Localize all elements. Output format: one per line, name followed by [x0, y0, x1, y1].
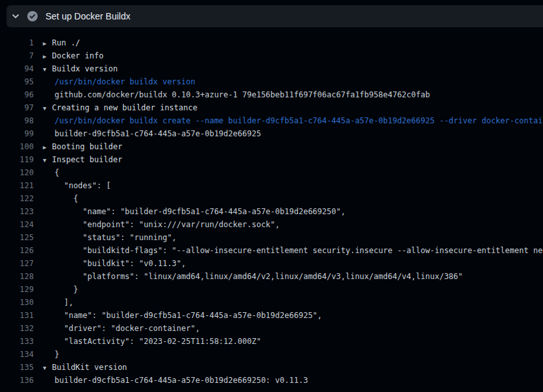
log-output-text: builder-d9cfb5a1-c764-445a-a57e-0b19d2e6… [55, 129, 261, 138]
chevron-down-icon[interactable]: ▼ [43, 361, 52, 374]
log-group-header[interactable]: ▶Run ./ [34, 36, 80, 49]
line-number[interactable]: 99 [0, 127, 34, 140]
chevron-down-icon[interactable] [10, 11, 21, 21]
log-line-content: "buildkitd-flags": "--allow-insecure-ent… [34, 244, 543, 257]
log-line-content: "status": "running", [34, 231, 177, 244]
log-group-header[interactable]: ▶Docker info [34, 49, 103, 62]
log-output-text: github.com/docker/buildx 0.10.3+azure-1 … [55, 90, 430, 99]
log-line-content: /usr/bin/docker buildx create --name bui… [34, 114, 543, 127]
line-number[interactable]: 121 [0, 179, 34, 192]
log-line: 135▼BuildKit version [0, 361, 543, 374]
log-line-content: } [34, 283, 78, 296]
log-output-text: { [55, 168, 59, 177]
log-output-text: "nodes": [ [55, 181, 111, 190]
line-number[interactable]: 1 [0, 36, 34, 49]
log-line: 120{ [0, 166, 543, 179]
line-number[interactable]: 123 [0, 205, 34, 218]
log-command-text: /usr/bin/docker buildx create --name bui… [55, 116, 543, 125]
line-number[interactable]: 96 [0, 88, 34, 101]
chevron-right-icon[interactable]: ▶ [43, 37, 52, 50]
log-output-text: "lastActivity": "2023-02-25T11:58:12.000… [55, 337, 261, 346]
line-number[interactable]: 129 [0, 283, 34, 296]
log-line: 119▼Inspect builder [0, 153, 543, 166]
log-group-header[interactable]: ▼Creating a new builder instance [34, 101, 197, 114]
log-line: 129 } [0, 283, 543, 296]
chevron-down-icon[interactable]: ▼ [43, 63, 52, 76]
line-number[interactable]: 134 [0, 348, 34, 361]
log-line-content: /usr/bin/docker buildx version [34, 75, 196, 88]
line-number[interactable]: 135 [0, 361, 34, 374]
log-group-title: Inspect builder [52, 155, 122, 164]
log-output-text: "buildkit": "v0.11.3", [55, 259, 186, 268]
log-group-title: Booting builder [52, 142, 122, 151]
log-line: 97▼Creating a new builder instance [0, 101, 543, 114]
line-number[interactable]: 95 [0, 75, 34, 88]
line-number[interactable]: 125 [0, 231, 34, 244]
log-line: 1▶Run ./ [0, 36, 543, 49]
line-number[interactable]: 127 [0, 257, 34, 270]
log-line: 130 ], [0, 296, 543, 309]
step-title: Set up Docker Buildx [45, 11, 131, 21]
line-number[interactable]: 133 [0, 335, 34, 348]
log-line-content: { [34, 192, 78, 205]
chevron-down-icon[interactable]: ▼ [43, 154, 52, 167]
line-number[interactable]: 94 [0, 62, 34, 75]
log-line: 95/usr/bin/docker buildx version [0, 75, 543, 88]
line-number[interactable]: 124 [0, 218, 34, 231]
log-line-content: github.com/docker/buildx 0.10.3+azure-1 … [34, 88, 430, 101]
log-line: 127 "buildkit": "v0.11.3", [0, 257, 543, 270]
log-line: 126 "buildkitd-flags": "--allow-insecure… [0, 244, 543, 257]
log-group-header[interactable]: ▼BuildKit version [34, 361, 127, 374]
log-line: 133 "lastActivity": "2023-02-25T11:58:12… [0, 335, 543, 348]
log-line: 121 "nodes": [ [0, 179, 543, 192]
log-output-text: "endpoint": "unix:///var/run/docker.sock… [55, 220, 280, 229]
log-area: 1▶Run ./7▶Docker info94▼Buildx version95… [0, 27, 543, 392]
chevron-down-icon[interactable]: ▼ [43, 102, 52, 115]
line-number[interactable]: 132 [0, 322, 34, 335]
log-group-header[interactable]: ▼Inspect builder [34, 153, 122, 166]
line-number[interactable]: 130 [0, 296, 34, 309]
log-line-content: ], [34, 296, 73, 309]
log-group-title: BuildKit version [52, 363, 127, 372]
log-line-content: "lastActivity": "2023-02-25T11:58:12.000… [34, 335, 261, 348]
log-output-text: "name": "builder-d9cfb5a1-c764-445a-a57e… [55, 311, 322, 320]
line-number[interactable]: 126 [0, 244, 34, 257]
chevron-right-icon[interactable]: ▶ [43, 141, 52, 154]
log-output-text: } [55, 350, 59, 359]
log-line: 136builder-d9cfb5a1-c764-445a-a57e-0b19d… [0, 374, 543, 387]
chevron-right-icon[interactable]: ▶ [43, 50, 52, 63]
line-number[interactable]: 7 [0, 49, 34, 62]
log-output-text: "driver": "docker-container", [55, 324, 200, 333]
line-number[interactable]: 119 [0, 153, 34, 166]
log-line: 7▶Docker info [0, 49, 543, 62]
log-line-content: "name": "builder-d9cfb5a1-c764-445a-a57e… [34, 309, 322, 322]
line-number[interactable]: 122 [0, 192, 34, 205]
log-line: 124 "endpoint": "unix:///var/run/docker.… [0, 218, 543, 231]
line-number[interactable]: 98 [0, 114, 34, 127]
log-line-content: builder-d9cfb5a1-c764-445a-a57e-0b19d2e6… [34, 127, 261, 140]
step-header[interactable]: Set up Docker Buildx [6, 5, 543, 27]
log-line-content: "driver": "docker-container", [34, 322, 200, 335]
log-output-text: "name": "builder-d9cfb5a1-c764-445a-a57e… [55, 207, 346, 216]
log-output-text: "status": "running", [55, 233, 177, 242]
log-line: 134} [0, 348, 543, 361]
log-group-title: Docker info [52, 51, 103, 60]
log-line: 122 { [0, 192, 543, 205]
log-line: 98/usr/bin/docker buildx create --name b… [0, 114, 543, 127]
log-line-content: "platforms": "linux/amd64,linux/amd64/v2… [34, 270, 463, 283]
line-number[interactable]: 97 [0, 101, 34, 114]
log-line: 100▶Booting builder [0, 140, 543, 153]
log-group-header[interactable]: ▶Booting builder [34, 140, 122, 153]
line-number[interactable]: 128 [0, 270, 34, 283]
log-line: 99builder-d9cfb5a1-c764-445a-a57e-0b19d2… [0, 127, 543, 140]
line-number[interactable]: 131 [0, 309, 34, 322]
log-line: 94▼Buildx version [0, 62, 543, 75]
log-line: 96github.com/docker/buildx 0.10.3+azure-… [0, 88, 543, 101]
line-number[interactable]: 136 [0, 374, 34, 387]
actions-log-viewer: { "colors": { "page_bg": "#010409", "hea… [0, 0, 543, 392]
line-number[interactable]: 120 [0, 166, 34, 179]
log-group-title: Creating a new builder instance [52, 103, 197, 112]
log-line-content: "name": "builder-d9cfb5a1-c764-445a-a57e… [34, 205, 346, 218]
line-number[interactable]: 100 [0, 140, 34, 153]
log-group-header[interactable]: ▼Buildx version [34, 62, 118, 75]
